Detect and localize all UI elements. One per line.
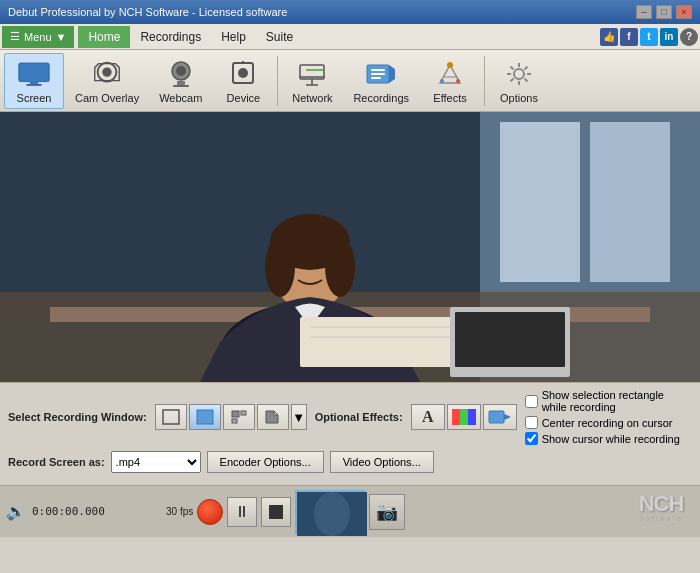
recordings-label: Recordings [353,92,409,104]
webcam-icon [165,58,197,90]
optional-effects-label: Optional Effects: [315,411,403,423]
facebook-icon[interactable]: f [620,28,638,46]
device-label: Device [227,92,261,104]
show-selection-checkbox-row: Show selection rectangle while recording [525,389,692,413]
svg-point-43 [265,237,295,297]
record-button[interactable] [197,499,223,525]
show-selection-label: Show selection rectangle while recording [542,389,692,413]
controls-area: Select Recording Window: [0,382,700,485]
maximize-button[interactable]: □ [656,5,672,19]
svg-rect-55 [452,409,460,425]
toolbar-webcam[interactable]: Webcam [150,53,211,109]
svg-rect-18 [371,69,385,71]
time-display: 0:00:00.000 [32,505,105,518]
toolbar-screen[interactable]: Screen [4,53,64,109]
svg-point-44 [325,237,355,297]
menu-item-recordings[interactable]: Recordings [130,26,211,48]
format-select[interactable]: .mp4 .avi .mov [111,451,201,473]
toolbar-effects[interactable]: Effects [420,53,480,109]
region-select-button[interactable] [223,404,255,430]
svg-line-30 [511,66,514,69]
fullscreen-select-button[interactable] [155,404,187,430]
center-recording-checkbox[interactable] [525,416,538,429]
thumbs-up-icon[interactable]: 👍 [600,28,618,46]
effects-buttons: A [411,404,517,430]
svg-line-31 [525,78,528,81]
pause-button[interactable]: ⏸ [227,497,257,527]
toolbar-device[interactable]: Device [213,53,273,109]
svg-rect-1 [30,81,38,84]
menu-button[interactable]: ☰ Menu ▼ [2,26,74,48]
menu-item-help[interactable]: Help [211,26,256,48]
window-title: Debut Professional by NCH Software - Lic… [8,6,287,18]
volume-icon[interactable]: 🔊 [6,502,26,521]
recordings-icon [365,58,397,90]
nch-sub: Software [639,515,683,522]
help-icon[interactable]: ? [680,28,698,46]
preview-image [0,112,700,382]
show-cursor-checkbox[interactable] [525,432,538,445]
video-effect-button[interactable] [483,404,517,430]
options-icon [503,58,535,90]
svg-rect-7 [177,81,185,85]
pause-icon: ⏸ [234,503,250,521]
social-icons: 👍 f t in ? [600,28,698,46]
webcam-label: Webcam [159,92,202,104]
custom-area-button[interactable] [257,404,289,430]
select-window-label: Select Recording Window: [8,411,147,423]
svg-rect-0 [19,63,49,82]
color-effect-button[interactable] [447,404,481,430]
svg-rect-45 [300,317,460,367]
toolbar-network[interactable]: Network [282,53,342,109]
svg-point-24 [456,79,460,83]
toolbar-options[interactable]: Options [489,53,549,109]
close-button[interactable]: × [676,5,692,19]
svg-rect-52 [232,411,239,417]
svg-rect-54 [232,419,237,423]
stop-button[interactable] [261,497,291,527]
svg-point-21 [447,62,453,68]
svg-rect-58 [489,411,504,423]
video-options-button[interactable]: Video Options... [330,451,434,473]
toolbar-cam-overlay[interactable]: Cam Overlay [66,53,148,109]
svg-marker-59 [504,414,511,420]
dropdown-arrow-button[interactable]: ▼ [291,404,307,430]
center-recording-label: Center recording on cursor [542,417,673,429]
preview-thumbnail[interactable] [295,490,365,534]
nch-text: NCH [639,493,684,515]
show-cursor-checkbox-row: Show cursor while recording [525,432,692,445]
svg-rect-8 [173,85,189,87]
cam-overlay-label: Cam Overlay [75,92,139,104]
network-icon [296,58,328,90]
window-select-button[interactable] [189,404,221,430]
text-effect-button[interactable]: A [411,404,445,430]
svg-point-61 [314,492,350,536]
svg-point-23 [440,79,444,83]
svg-rect-49 [455,312,565,367]
menu-item-home[interactable]: Home [78,26,130,48]
menu-item-suite[interactable]: Suite [256,26,303,48]
nch-logo: NCH Software [636,488,686,528]
transport-bar: 🔊 0:00:00.000 -3-21-18-15-12-9-6-3 30 fp… [0,485,700,537]
svg-line-32 [525,66,528,69]
toolbar-recordings[interactable]: Recordings [344,53,418,109]
svg-rect-20 [371,77,381,79]
effects-label: Effects [433,92,466,104]
window-selection-buttons: ▼ [155,404,307,430]
svg-rect-53 [241,411,246,415]
show-selection-checkbox[interactable] [525,395,538,408]
minimize-button[interactable]: – [636,5,652,19]
snapshot-button[interactable]: 📷 [369,494,405,530]
toolbar-divider-2 [484,56,485,106]
screen-icon [18,58,50,90]
fps-display: 30 fps [166,506,193,517]
svg-line-33 [511,78,514,81]
options-label: Options [500,92,538,104]
encoder-options-button[interactable]: Encoder Options... [207,451,324,473]
window-controls: – □ × [636,5,692,19]
svg-rect-36 [500,122,580,282]
svg-point-6 [176,66,186,76]
svg-marker-17 [389,65,395,83]
linkedin-icon[interactable]: in [660,28,678,46]
twitter-icon[interactable]: t [640,28,658,46]
